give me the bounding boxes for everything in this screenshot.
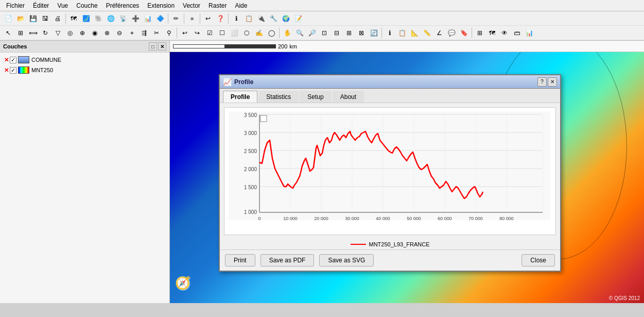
tab-about[interactable]: About [333, 91, 364, 103]
select-btn[interactable]: ☑ [204, 27, 215, 39]
menu-extension[interactable]: Extension [143, 1, 179, 10]
move-feature-btn[interactable]: ⟺ [27, 27, 39, 39]
add-virtual-btn[interactable]: 🔷 [154, 13, 166, 24]
merge-btn[interactable]: ⚲ [163, 27, 175, 39]
map-area[interactable]: 200 km 🧭 [170, 41, 644, 303]
close-btn[interactable]: Close [521, 254, 555, 266]
redo-btn[interactable]: ↪ [192, 27, 203, 39]
rotate-btn[interactable]: ↻ [40, 27, 51, 39]
menu-vue[interactable]: Vue [53, 1, 72, 10]
add-ogr-btn[interactable]: ➕ [130, 13, 141, 24]
tab-profile[interactable]: Profile [223, 91, 257, 103]
del-part-btn[interactable]: ⊖ [114, 27, 125, 39]
coord-capture-btn[interactable]: 📋 [243, 13, 254, 24]
del-ring-btn[interactable]: ⊗ [101, 27, 113, 39]
stat-btn[interactable]: 📊 [524, 27, 535, 39]
bookmarks-btn[interactable]: 🔖 [458, 27, 469, 39]
commune-checkbox[interactable]: ✓ [10, 57, 16, 63]
print-btn[interactable]: Print [225, 254, 255, 266]
menu-editer[interactable]: Éditer [29, 1, 53, 10]
print-btn[interactable]: 🖨 [52, 13, 63, 24]
mnt250-checkbox[interactable]: ✓ [10, 67, 16, 74]
measure-btn[interactable]: 📐 [409, 27, 420, 39]
select-attr-btn[interactable]: 📋 [396, 27, 408, 39]
about-btn[interactable]: ℹ [231, 13, 242, 24]
save-btn[interactable]: 💾 [27, 13, 39, 24]
layer-commune[interactable]: ✕ ✓ COMMUNE [2, 55, 167, 65]
undo-btn[interactable]: ↩ [179, 27, 190, 39]
edit-node-btn[interactable]: ⊞ [15, 27, 26, 39]
map-tips-btn[interactable]: 💬 [446, 27, 457, 39]
menu-vector[interactable]: Vector [179, 1, 204, 10]
pan-map-btn[interactable]: ✋ [282, 27, 293, 39]
add-ring-btn[interactable]: ◎ [64, 27, 76, 39]
dialog-close-btn[interactable]: ✕ [548, 77, 557, 87]
select-radius-btn[interactable]: ◯ [266, 27, 277, 39]
svg-text:1 500: 1 500 [244, 185, 257, 190]
digitize-btn[interactable]: ✏ [170, 13, 182, 24]
fill-ring-btn[interactable]: ◉ [89, 27, 100, 39]
menu-preferences[interactable]: Préférences [102, 1, 144, 10]
layers-panel: Couches □ ✕ ✕ ✓ COMMUNE ✕ ✓ MNT250 [0, 41, 170, 303]
add-csv-btn[interactable]: 📊 [142, 13, 153, 24]
mnt250-visibility-close[interactable]: ✕ [4, 67, 9, 74]
reshape-btn[interactable]: ⌖ [126, 27, 137, 39]
select-poly-btn[interactable]: ⬡ [241, 27, 252, 39]
plugin1-btn[interactable]: 🔌 [255, 13, 267, 24]
add-wfs-btn[interactable]: 📡 [117, 13, 129, 24]
menu-raster[interactable]: Raster [204, 1, 231, 10]
identify-btn[interactable]: ℹ [384, 27, 395, 39]
dialog-help-btn[interactable]: ? [537, 77, 547, 87]
zoom-prev-btn[interactable]: ⊠ [356, 27, 367, 39]
svg-text:30 000: 30 000 [345, 216, 359, 221]
open-btn[interactable]: 📂 [15, 13, 26, 24]
add-raster-btn[interactable]: 🗾 [80, 13, 92, 24]
zoom-in-btn[interactable]: 🔍 [294, 27, 305, 39]
select-freehand-btn[interactable]: ✍ [253, 27, 265, 39]
measure-angle-btn[interactable]: ∠ [433, 27, 445, 39]
back-arrow-btn[interactable]: ↩ [202, 13, 214, 24]
tab-statistics[interactable]: Statistics [258, 91, 299, 103]
menu-fichier[interactable]: Fichier [2, 1, 29, 10]
menu-couche[interactable]: Couche [72, 1, 101, 10]
zoom-features-btn[interactable]: ⊟ [331, 27, 342, 39]
layer-mnt250[interactable]: ✕ ✓ MNT250 [2, 65, 167, 75]
plugin2-btn[interactable]: 🔧 [268, 13, 279, 24]
simplify-btn[interactable]: ▽ [52, 27, 63, 39]
offset-btn[interactable]: ⇶ [138, 27, 150, 39]
add-part-btn[interactable]: ⊕ [77, 27, 88, 39]
tab-setup[interactable]: Setup [300, 91, 331, 103]
zoom-full-btn[interactable]: ⊞ [343, 27, 355, 39]
layers-close-btn[interactable]: ✕ [158, 42, 166, 51]
sep8 [381, 28, 382, 38]
commune-visibility-close[interactable]: ✕ [4, 57, 9, 63]
select-rect-btn[interactable]: ⬜ [229, 27, 240, 39]
pan-btn[interactable]: ↖ [3, 27, 14, 39]
new-project-btn[interactable]: 📄 [3, 13, 14, 24]
deselect-btn[interactable]: ☐ [216, 27, 228, 39]
save-as-btn[interactable]: 🖫 [40, 13, 51, 24]
grid-btn[interactable]: ⊞ [474, 27, 485, 39]
add-postgis-btn[interactable]: 🐘 [93, 13, 104, 24]
refresh-btn[interactable]: 🔄 [368, 27, 379, 39]
save-pdf-btn[interactable]: Save as PDF [260, 254, 315, 266]
add-wms-btn[interactable]: 🌐 [105, 13, 116, 24]
layers-header: Couches □ ✕ [0, 41, 169, 53]
view-btn[interactable]: 👁 [499, 27, 510, 39]
split-btn[interactable]: ✂ [151, 27, 162, 39]
add-vector-btn[interactable]: 🗺 [68, 13, 79, 24]
coords-btn[interactable]: 🗺 [486, 27, 498, 39]
commune-label: COMMUNE [31, 57, 61, 63]
plugin4-btn[interactable]: 📝 [292, 13, 304, 24]
layers-expand-btn[interactable]: □ [149, 42, 157, 51]
save-svg-btn[interactable]: Save as SVG [319, 254, 374, 266]
zoom-rubber-btn[interactable]: ⊡ [319, 27, 330, 39]
dialog-titlebar[interactable]: 📈 Profile ? ✕ [220, 75, 560, 89]
plugin3-btn[interactable]: 🌍 [280, 13, 291, 24]
zoom-out-btn[interactable]: 🔎 [306, 27, 318, 39]
more-btn[interactable]: » [186, 13, 198, 24]
measure-area-btn[interactable]: 📏 [421, 27, 432, 39]
table-btn[interactable]: 🗃 [511, 27, 523, 39]
help-btn[interactable]: ❓ [215, 13, 226, 24]
menu-aide[interactable]: Aide [231, 1, 251, 10]
